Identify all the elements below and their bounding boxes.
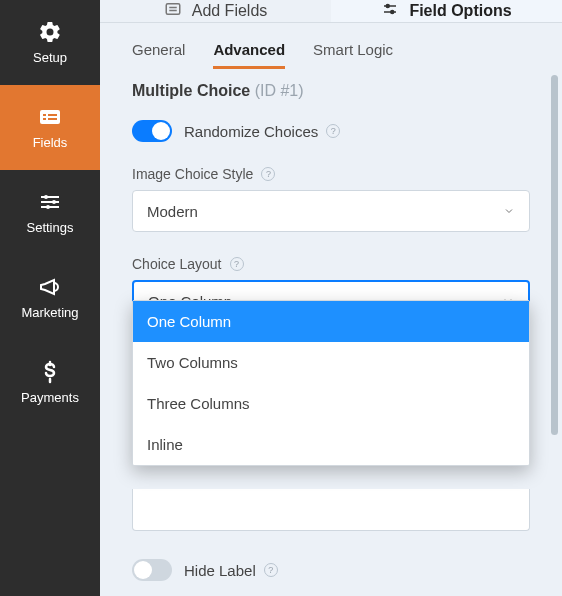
randomize-label-text: Randomize Choices [184,123,318,140]
svg-rect-2 [43,118,46,120]
sidebar-label: Setup [33,50,67,65]
sidebar-label: Marketing [21,305,78,320]
svg-rect-11 [166,4,180,15]
hide-label-label: Hide Label ? [184,562,278,579]
hide-label-toggle[interactable] [132,559,172,581]
gear-icon [38,20,62,44]
svg-point-8 [44,195,48,199]
choice-layout-label: Choice Layout ? [132,256,530,272]
sidebar-item-setup[interactable]: Setup [0,0,100,85]
sidebar-label: Settings [27,220,74,235]
field-id: (ID #1) [255,82,304,99]
sidebar-item-settings[interactable]: Settings [0,170,100,255]
choice-layout-dropdown: One Column Two Columns Three Columns Inl… [132,300,530,466]
image-style-label-text: Image Choice Style [132,166,253,182]
svg-point-17 [391,11,394,14]
dropdown-option[interactable]: Inline [133,424,529,465]
field-title: Multiple Choice (ID #1) [132,82,530,100]
field-options-panel: Multiple Choice (ID #1) Randomize Choice… [100,70,562,596]
bullhorn-icon [38,275,62,299]
randomize-row: Randomize Choices ? [132,120,530,142]
below-dropdown-box [132,489,530,531]
svg-rect-5 [41,196,59,198]
add-fields-icon [164,0,182,22]
randomize-toggle[interactable] [132,120,172,142]
image-style-label: Image Choice Style ? [132,166,530,182]
sidebar: Setup Fields Settings Marketing Payments [0,0,100,596]
help-icon[interactable]: ? [230,257,244,271]
help-icon[interactable]: ? [264,563,278,577]
svg-rect-0 [40,110,60,124]
hide-label-text: Hide Label [184,562,256,579]
sidebar-label: Payments [21,390,79,405]
tab-label: Field Options [409,2,511,20]
svg-rect-6 [41,201,59,203]
tab-add-fields[interactable]: Add Fields [100,0,331,22]
svg-rect-3 [48,114,57,116]
image-style-value: Modern [147,203,198,220]
top-tabs: Add Fields Field Options [100,0,562,23]
sidebar-item-marketing[interactable]: Marketing [0,255,100,340]
dropdown-option[interactable]: One Column [133,301,529,342]
chevron-down-icon [503,203,515,220]
subtab-general[interactable]: General [132,41,185,69]
image-style-select[interactable]: Modern [132,190,530,232]
dropdown-option[interactable]: Two Columns [133,342,529,383]
sliders-icon [38,190,62,214]
main-panel: Add Fields Field Options General Advance… [100,0,562,596]
tab-label: Add Fields [192,2,268,20]
dollar-icon [38,360,62,384]
sidebar-label: Fields [33,135,68,150]
svg-point-10 [46,205,50,209]
svg-rect-4 [48,118,57,120]
svg-point-9 [52,200,56,204]
field-options-icon [381,0,399,22]
sub-tabs: General Advanced Smart Logic [100,23,562,70]
svg-rect-1 [43,114,46,116]
scrollbar-thumb[interactable] [551,75,558,435]
randomize-label: Randomize Choices ? [184,123,340,140]
subtab-advanced[interactable]: Advanced [213,41,285,69]
dropdown-option[interactable]: Three Columns [133,383,529,424]
choice-layout-label-text: Choice Layout [132,256,222,272]
sidebar-item-fields[interactable]: Fields [0,85,100,170]
svg-point-16 [387,5,390,8]
help-icon[interactable]: ? [261,167,275,181]
list-icon [38,105,62,129]
sidebar-item-payments[interactable]: Payments [0,340,100,425]
tab-field-options[interactable]: Field Options [331,0,562,22]
hide-label-row: Hide Label ? [132,559,530,581]
help-icon[interactable]: ? [326,124,340,138]
field-name: Multiple Choice [132,82,250,99]
subtab-smart-logic[interactable]: Smart Logic [313,41,393,69]
